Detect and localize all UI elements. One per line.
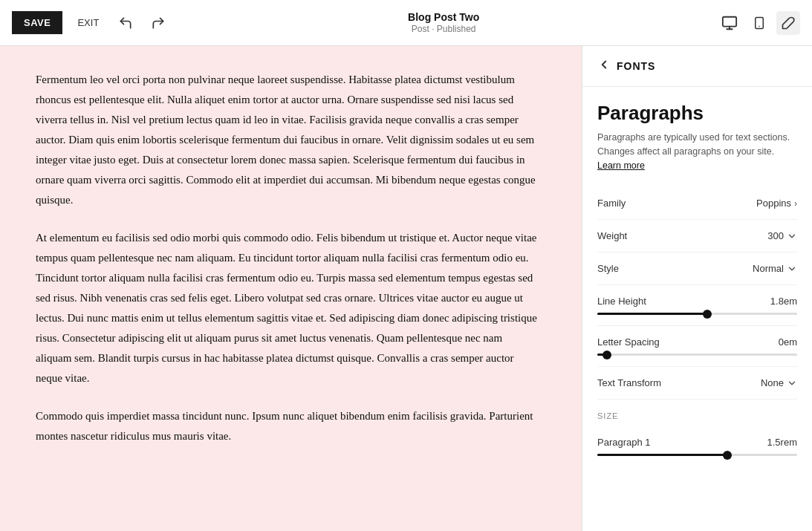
line-height-value: 1.8em	[770, 296, 797, 307]
style-row: Style Normal	[597, 253, 797, 285]
text-transform-value: None	[761, 377, 784, 388]
back-button[interactable]	[597, 58, 611, 74]
sidebar-header: FONTS	[582, 46, 812, 87]
text-transform-row: Text Transform None	[597, 367, 797, 400]
mobile-icon	[753, 15, 766, 31]
sidebar-content: Paragraphs Paragraphs are typically used…	[582, 87, 812, 531]
weight-chevron-icon	[787, 231, 797, 241]
family-value: Poppins	[756, 198, 791, 209]
letter-spacing-label: Letter Spacing	[597, 336, 660, 348]
line-height-thumb[interactable]	[703, 310, 712, 319]
undo-icon	[118, 16, 133, 30]
fonts-panel-button[interactable]	[776, 11, 800, 35]
letter-spacing-thumb[interactable]	[602, 351, 611, 359]
weight-row: Weight 300	[597, 220, 797, 253]
style-chevron-icon	[787, 264, 797, 274]
redo-icon	[151, 16, 166, 30]
family-label: Family	[597, 198, 626, 209]
family-chevron-icon: ›	[794, 198, 797, 209]
topbar-subtitle: Post · Published	[412, 24, 476, 36]
exit-button[interactable]: EXIT	[71, 13, 105, 33]
paragraph1-thumb[interactable]	[723, 451, 732, 460]
panel-description: Paragraphs are typically used for text s…	[597, 131, 797, 172]
text-transform-selector[interactable]: None	[761, 377, 797, 388]
text-transform-chevron-icon	[787, 378, 797, 388]
letter-spacing-track[interactable]	[597, 354, 797, 356]
family-row: Family Poppins ›	[597, 187, 797, 220]
family-selector[interactable]: Poppins ›	[756, 198, 797, 209]
paint-icon	[781, 16, 796, 30]
sidebar-title: FONTS	[617, 60, 655, 72]
desktop-icon	[721, 15, 738, 31]
topbar-center: Blog Post Two Post · Published	[179, 10, 708, 36]
panel-title: Paragraphs	[597, 102, 797, 125]
svg-rect-0	[723, 16, 736, 26]
topbar-title: Blog Post Two	[408, 10, 479, 24]
mobile-view-button[interactable]	[748, 10, 770, 36]
paragraph1-value: 1.5rem	[767, 437, 797, 448]
back-arrow-icon	[597, 58, 611, 71]
paragraph1-track[interactable]	[597, 454, 797, 456]
content-text: Fermentum leo vel orci porta non pulvina…	[36, 70, 541, 446]
weight-value: 300	[767, 230, 784, 241]
letter-spacing-value: 0em	[779, 336, 797, 348]
topbar-right	[717, 10, 800, 36]
paragraph1-label: Paragraph 1	[597, 437, 651, 448]
style-label: Style	[597, 263, 619, 274]
text-transform-label: Text Transform	[597, 377, 661, 388]
paragraph1-section: Paragraph 1 1.5rem	[597, 426, 797, 466]
paragraph-1: Fermentum leo vel orci porta non pulvina…	[36, 70, 541, 210]
learn-more-link[interactable]: Learn more	[597, 160, 645, 171]
size-section-label: SIZE	[597, 411, 797, 420]
desktop-view-button[interactable]	[717, 10, 742, 36]
weight-label: Weight	[597, 230, 627, 241]
paragraph1-fill	[597, 454, 727, 456]
line-height-fill	[597, 313, 707, 315]
style-selector[interactable]: Normal	[753, 263, 797, 274]
weight-selector[interactable]: 300	[767, 230, 797, 241]
style-value: Normal	[753, 263, 784, 274]
topbar: SAVE EXIT Blog Post Two Post · Published	[0, 0, 812, 46]
paragraph-3: Commodo quis imperdiet massa tincidunt n…	[36, 406, 541, 446]
sidebar: FONTS Paragraphs Paragraphs are typicall…	[582, 46, 812, 531]
content-area: Fermentum leo vel orci porta non pulvina…	[0, 46, 582, 531]
line-height-track[interactable]	[597, 313, 797, 315]
undo-button[interactable]	[114, 11, 137, 35]
letter-spacing-section: Letter Spacing 0em	[597, 326, 797, 367]
redo-button[interactable]	[146, 11, 170, 35]
line-height-label: Line Height	[597, 296, 646, 307]
paragraph-2: At elementum eu facilisis sed odio morbi…	[36, 228, 541, 388]
main-layout: Fermentum leo vel orci porta non pulvina…	[0, 46, 812, 531]
line-height-section: Line Height 1.8em	[597, 285, 797, 326]
save-button[interactable]: SAVE	[12, 11, 62, 34]
size-section: SIZE Paragraph 1 1.5rem	[597, 400, 797, 466]
